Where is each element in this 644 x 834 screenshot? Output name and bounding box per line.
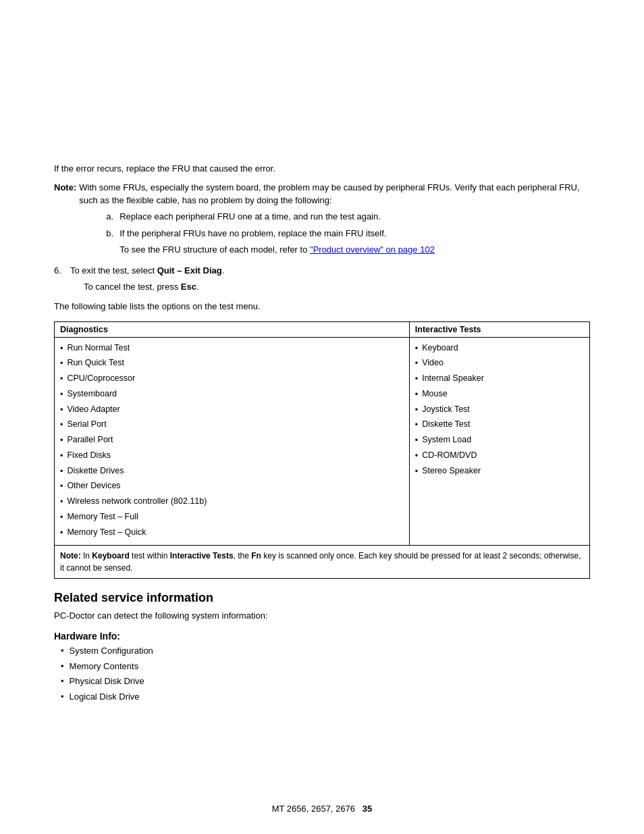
- bullet-icon: •: [60, 419, 63, 432]
- list-item: •Other Devices: [60, 479, 226, 493]
- footer-note-bold2: Interactive Tests: [170, 551, 234, 561]
- content-area: If the error recurs, replace the FRU tha…: [54, 162, 590, 704]
- cancel-end: .: [196, 282, 199, 292]
- step-6-bold: Quit – Exit Diag: [157, 265, 222, 276]
- hardware-info-list: • System Configuration • Memory Contents…: [61, 644, 590, 704]
- diagnostics-table: Diagnostics Interactive Tests •Run Norma…: [54, 321, 590, 546]
- list-item: •Mouse: [415, 388, 494, 401]
- bullet-icon: •: [415, 388, 418, 401]
- letter-a: a.: [106, 210, 119, 224]
- letter-b: b.: [106, 227, 119, 256]
- page: If the error recurs, replace the FRU tha…: [0, 0, 644, 834]
- footer-note-bold3: Fn: [251, 551, 261, 561]
- page-footer: MT 2656, 2657, 2676 35: [0, 804, 644, 814]
- note-block: Note: With some FRUs, especially the sys…: [54, 181, 590, 259]
- list-item: •Serial Port: [60, 418, 226, 432]
- footer-note-label: Note:: [60, 551, 81, 561]
- diag-item-7: Fixed Disks: [67, 449, 111, 462]
- bullet-icon: •: [415, 404, 418, 417]
- bullet-icon: •: [415, 450, 418, 463]
- list-item: •Run Normal Test: [60, 342, 226, 355]
- table-header-row: Diagnostics Interactive Tests: [55, 321, 590, 337]
- step-6: 6. To exit the test, select Quit – Exit …: [54, 264, 590, 293]
- list-item: •Memory Test – Full: [60, 511, 226, 524]
- footer-note-text2: test within: [130, 551, 170, 561]
- related-intro: PC-Doctor can detect the following syste…: [54, 609, 590, 623]
- bullet-icon: •: [415, 465, 418, 478]
- diag-item-8: Diskette Drives: [67, 465, 124, 477]
- table-body-row: •Run Normal Test •Run Quick Test •CPU/Co…: [55, 337, 590, 546]
- hw-item-1: Memory Contents: [70, 660, 139, 674]
- note-content: With some FRUs, especially the system bo…: [79, 181, 590, 259]
- diag-item-3: Systemboard: [67, 388, 117, 400]
- list-item: • Logical Disk Drive: [61, 690, 590, 704]
- bullet-icon: •: [415, 419, 418, 432]
- list-item: •Systemboard: [60, 388, 226, 401]
- bullet-icon: •: [61, 660, 64, 674]
- diag-item-2: CPU/Coprocessor: [67, 372, 135, 385]
- note-body-text: With some FRUs, especially the system bo…: [79, 182, 579, 206]
- table-intro: The following table lists the options on…: [54, 300, 590, 313]
- related-title: Related service information: [54, 591, 590, 605]
- hw-item-3: Logical Disk Drive: [70, 690, 140, 704]
- col1-header: Diagnostics: [55, 321, 410, 337]
- list-item: •CPU/Coprocessor: [60, 372, 226, 386]
- bullet-icon: •: [61, 690, 64, 704]
- list-item: •Internal Speaker: [415, 372, 494, 386]
- sub-step-a: a. Replace each peripheral FRU one at a …: [106, 210, 590, 224]
- col2-header: Interactive Tests: [409, 321, 589, 337]
- list-item: •Keyboard: [415, 342, 494, 355]
- bullet-icon: •: [60, 357, 63, 370]
- diag-item-9: Other Devices: [67, 479, 120, 492]
- col1-cell: •Run Normal Test •Run Quick Test •CPU/Co…: [55, 337, 410, 546]
- list-item: •Fixed Disks: [60, 449, 226, 463]
- bullet-icon: •: [60, 342, 63, 355]
- diagnostics-table-section: Diagnostics Interactive Tests •Run Norma…: [54, 321, 590, 579]
- fru-structure-text: To see the FRU structure of each model, …: [119, 244, 310, 255]
- bullet-icon: •: [61, 675, 64, 689]
- footer-note-text3: , the: [234, 551, 252, 561]
- bullet-icon: •: [415, 342, 418, 355]
- int-item-0: Keyboard: [422, 342, 458, 355]
- bullet-icon: •: [60, 450, 63, 463]
- sub-steps: a. Replace each peripheral FRU one at a …: [106, 210, 590, 257]
- cancel-text: To cancel the test, press: [84, 282, 181, 292]
- bullet-icon: •: [60, 388, 63, 401]
- list-item: •Diskette Test: [415, 418, 494, 432]
- step-6-text2: .: [222, 265, 225, 276]
- sub-step-a-text: Replace each peripheral FRU one at a tim…: [119, 210, 381, 224]
- cancel-line: To cancel the test, press Esc.: [84, 280, 224, 294]
- diag-item-5: Serial Port: [67, 418, 106, 431]
- list-item: • Memory Contents: [61, 660, 590, 674]
- int-item-7: CD-ROM/DVD: [422, 449, 477, 462]
- hw-item-0: System Configuration: [70, 644, 153, 658]
- diagnostics-list: •Run Normal Test •Run Quick Test •CPU/Co…: [60, 342, 226, 540]
- diag-item-12: Memory Test – Quick: [67, 526, 146, 539]
- hw-item-2: Physical Disk Drive: [70, 675, 144, 689]
- fru-link[interactable]: "Product overview" on page 102: [310, 244, 435, 255]
- diag-item-0: Run Normal Test: [67, 342, 130, 355]
- step-6-content: To exit the test, select Quit – Exit Dia…: [70, 264, 224, 293]
- bullet-icon: •: [60, 373, 63, 386]
- list-item: •Joystick Test: [415, 403, 494, 417]
- table-footer-note: Note: In Keyboard test within Interactiv…: [54, 546, 590, 579]
- int-item-4: Joystick Test: [422, 403, 470, 416]
- int-item-3: Mouse: [422, 388, 448, 400]
- note-label: Note:: [54, 181, 76, 259]
- cancel-bold: Esc: [181, 282, 196, 292]
- diag-item-4: Video Adapter: [67, 403, 119, 416]
- error-recurs-text: If the error recurs, replace the FRU tha…: [54, 162, 590, 176]
- int-item-6: System Load: [422, 434, 471, 446]
- interactive-list: •Keyboard •Video •Internal Speaker •Mous…: [415, 342, 494, 478]
- list-item: •Parallel Port: [60, 434, 226, 447]
- list-item: •Video: [415, 357, 494, 370]
- list-item: •CD-ROM/DVD: [415, 449, 494, 463]
- list-item: •Run Quick Test: [60, 357, 226, 370]
- bullet-icon: •: [60, 511, 63, 524]
- list-item: •Stereo Speaker: [415, 465, 494, 478]
- bullet-icon: •: [61, 644, 64, 658]
- related-section: Related service information PC-Doctor ca…: [54, 591, 590, 704]
- int-item-8: Stereo Speaker: [422, 465, 481, 477]
- step-6-text1: To exit the test, select: [70, 265, 157, 276]
- bullet-icon: •: [60, 496, 63, 509]
